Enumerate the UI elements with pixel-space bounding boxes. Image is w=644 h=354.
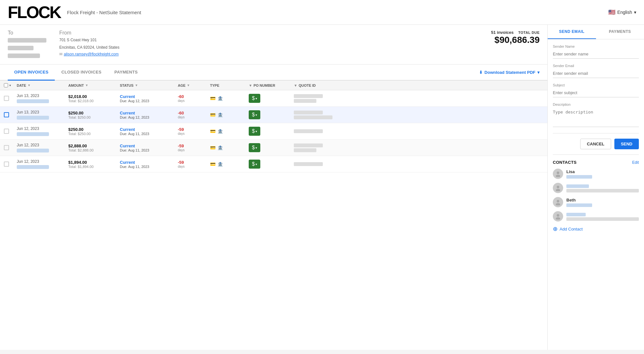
tabs-bar: OPEN INVOICES CLOSED INVOICES PAYMENTS ⬇…: [0, 64, 547, 81]
row-date-cell: Jun 12, 2023: [17, 143, 68, 152]
row-due-date: Due: Aug 12, 2023: [120, 99, 178, 103]
right-panel-tabs: SEND EMAIL PAYMENTS: [548, 25, 644, 39]
row-checkbox[interactable]: [4, 162, 9, 167]
row-checkbox-cell[interactable]: [4, 145, 17, 150]
po-number-blurred: [294, 94, 323, 98]
contact-name: Beth: [566, 198, 639, 202]
dollar-action-button[interactable]: $ ▾: [249, 110, 260, 119]
svg-point-6: [557, 214, 559, 217]
row-age-cell: -59 days: [178, 127, 210, 135]
col-po-number[interactable]: ▼ PO Number: [249, 84, 294, 87]
right-panel-body: Sender Name Sender Email Subject Descrip…: [548, 39, 644, 350]
row-date-cell: Jun 12, 2023: [17, 126, 68, 136]
bank-icon: 🏦: [217, 129, 223, 134]
sender-email-input[interactable]: [553, 69, 639, 78]
row-age: -59: [178, 160, 210, 165]
po-number-blurred: [294, 129, 323, 133]
to-from-section: To From 701 S Coast Hwy 101 Encinitas, C…: [8, 30, 120, 59]
download-statement-button[interactable]: ⬇ Download Statement PDF ▾: [479, 70, 540, 75]
col-date[interactable]: Date ▼: [17, 84, 68, 87]
row-checkbox[interactable]: [4, 112, 9, 117]
row-status: Current: [120, 94, 178, 99]
row-checkbox[interactable]: [4, 129, 9, 134]
row-type-cell: 💳 🏦: [210, 162, 249, 167]
contact-detail-blurred: [566, 217, 639, 221]
col-age[interactable]: Age ▼: [178, 84, 210, 87]
col-type: Type: [210, 84, 249, 87]
contacts-header: CONTACTS Edit: [553, 160, 639, 165]
po-number-blurred: [294, 143, 323, 147]
contact-info: Lisa: [566, 169, 639, 179]
row-status-cell: Current Due: Aug 12, 2023: [120, 111, 178, 119]
col-quote-id[interactable]: ▼ Quote ID: [294, 84, 339, 87]
row-age: -60: [178, 111, 210, 115]
row-date: Jun 12, 2023: [17, 143, 68, 147]
send-button[interactable]: SEND: [614, 139, 639, 149]
col-status[interactable]: Status ▼: [120, 84, 178, 87]
tab-payments[interactable]: PAYMENTS: [596, 25, 644, 39]
bank-icon: 🏦: [217, 112, 223, 117]
row-checkbox-cell[interactable]: [4, 162, 17, 167]
row-date-cell: Jun 13, 2023: [17, 110, 68, 120]
dollar-action-button[interactable]: $ ▾: [249, 160, 260, 169]
row-invoice-blurred: [17, 132, 49, 136]
row-amount-cell: $2,018.00 Total: $2,018.00: [68, 94, 120, 103]
description-textarea[interactable]: [553, 108, 639, 127]
row-amount: $2,018.00: [68, 94, 120, 99]
table-header: ▾ Date ▼ Amount ▼ Status ▼ Age ▼ Type ▼ …: [0, 81, 547, 90]
dollar-action-button[interactable]: $ ▾: [249, 94, 260, 103]
row-status-cell: Current Due: Aug 12, 2023: [120, 94, 178, 103]
tab-closed-invoices[interactable]: CLOSED INVOICES: [55, 64, 108, 81]
row-type-cell: 💳 🏦: [210, 129, 249, 134]
col-checkbox[interactable]: ▾: [4, 83, 17, 87]
add-contact-button[interactable]: ⊕ Add Contact: [553, 225, 639, 232]
po-number-blurred: [294, 162, 323, 166]
chevron-down-icon[interactable]: ▾: [9, 84, 11, 87]
row-date-cell: Jun 13, 2023: [17, 93, 68, 103]
tab-payments[interactable]: PAYMENTS: [108, 64, 144, 81]
row-date: Jun 13, 2023: [17, 110, 68, 114]
flag-icon: 🇺🇸: [608, 9, 615, 16]
dollar-action-button[interactable]: $ ▾: [249, 143, 260, 152]
subject-input[interactable]: [553, 88, 639, 97]
contact-name-blurred: [566, 213, 586, 216]
cancel-button[interactable]: CANCEL: [580, 139, 611, 149]
col-amount[interactable]: Amount ▼: [68, 84, 120, 87]
row-checkbox[interactable]: [4, 96, 9, 101]
row-total: Total: $2,018.00: [68, 99, 120, 103]
row-due-date: Due: Aug 12, 2023: [120, 115, 178, 119]
row-checkbox-cell[interactable]: [4, 112, 17, 117]
select-all-checkbox[interactable]: [4, 83, 8, 87]
contact-detail-blurred: [566, 189, 639, 192]
contact-info: [566, 183, 639, 192]
contact-info: [566, 212, 639, 221]
row-checkbox[interactable]: [4, 145, 9, 150]
total-amount: $90,686.39: [491, 35, 540, 45]
subject-label: Subject: [553, 83, 639, 87]
caret-icon: ▾: [255, 130, 257, 133]
row-amount-cell: $250.00 Total: $250.00: [68, 111, 120, 119]
row-quote-cell: [294, 111, 339, 119]
sender-name-input[interactable]: [553, 50, 639, 59]
dollar-action-button[interactable]: $ ▾: [249, 127, 260, 136]
row-checkbox-cell[interactable]: [4, 96, 17, 101]
bank-icon: 🏦: [217, 162, 223, 167]
tabs-left: OPEN INVOICES CLOSED INVOICES PAYMENTS: [8, 64, 144, 80]
email-icon: ✉: [59, 52, 62, 56]
app-title: Flock Freight - NetSuite Statement: [67, 10, 141, 15]
sender-name-label: Sender Name: [553, 44, 639, 48]
card-icon: 💳: [210, 145, 216, 150]
row-po-cell: $ ▾: [249, 143, 294, 152]
download-icon: ⬇: [479, 70, 483, 75]
language-selector[interactable]: 🇺🇸 English ▾: [608, 9, 636, 16]
card-icon: 💳: [210, 162, 216, 167]
row-po-cell: $ ▾: [249, 127, 294, 136]
tab-open-invoices[interactable]: OPEN INVOICES: [8, 64, 55, 81]
from-email-link[interactable]: alison.ramsey@flockfreight.com: [64, 52, 119, 56]
tab-send-email[interactable]: SEND EMAIL: [548, 25, 596, 39]
contacts-edit-link[interactable]: Edit: [632, 160, 639, 165]
row-checkbox-cell[interactable]: [4, 129, 17, 134]
table-row: Jun 13, 2023 $250.00 Total: $250.00 Curr…: [0, 107, 547, 123]
row-quote-cell: [294, 129, 339, 133]
row-due-date: Due: Aug 11, 2023: [120, 132, 178, 136]
